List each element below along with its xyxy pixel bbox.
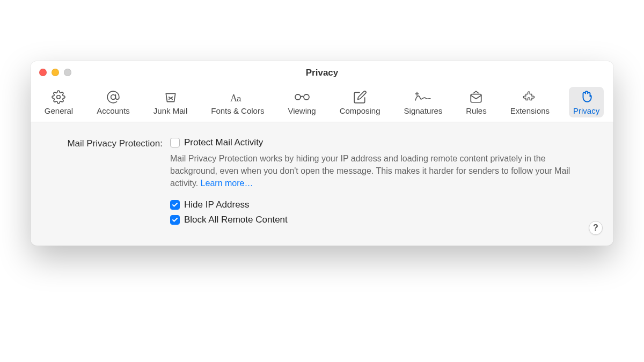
privacy-description: Mail Privacy Protection works by hiding … (170, 152, 578, 190)
tab-label: Accounts (97, 106, 130, 115)
gear-icon (52, 90, 65, 104)
preferences-window: Privacy General Accounts Junk Mail Aa Fo… (31, 61, 613, 246)
titlebar: Privacy (31, 61, 613, 85)
zoom-button[interactable] (64, 69, 71, 76)
svg-rect-10 (471, 94, 482, 102)
rules-icon (469, 90, 484, 104)
trash-icon (164, 90, 178, 104)
tab-label: Viewing (288, 106, 316, 115)
compose-icon (353, 90, 367, 104)
block-remote-checkbox[interactable] (170, 215, 180, 225)
svg-point-0 (57, 95, 61, 99)
tab-rules[interactable]: Rules (462, 87, 491, 117)
tab-viewing[interactable]: Viewing (283, 87, 320, 117)
svg-point-6 (295, 94, 301, 100)
content-area: Mail Privacy Protection: Protect Mail Ac… (31, 122, 613, 240)
section-body: Protect Mail Activity Mail Privacy Prote… (170, 137, 594, 230)
svg-point-1 (111, 95, 116, 100)
tab-general[interactable]: General (40, 87, 77, 117)
window-controls (39, 69, 71, 76)
tab-accounts[interactable]: Accounts (92, 87, 134, 117)
minimize-button[interactable] (52, 69, 59, 76)
tab-label: Rules (466, 106, 486, 115)
tab-composing[interactable]: Composing (335, 87, 385, 117)
signature-icon (414, 90, 432, 104)
tab-label: Junk Mail (153, 106, 187, 115)
tab-fonts-colors[interactable]: Aa Fonts & Colors (207, 87, 268, 117)
help-button[interactable]: ? (589, 221, 603, 235)
block-remote-label: Block All Remote Content (184, 215, 288, 225)
protect-mail-label: Protect Mail Activity (184, 137, 263, 148)
tab-extensions[interactable]: Extensions (506, 87, 554, 117)
hide-ip-checkbox[interactable] (170, 200, 180, 210)
section-heading: Mail Privacy Protection: (50, 137, 163, 230)
close-button[interactable] (39, 69, 47, 76)
block-remote-row: Block All Remote Content (170, 215, 578, 225)
at-sign-icon (106, 90, 120, 104)
puzzle-icon (523, 90, 537, 104)
svg-point-7 (304, 94, 309, 100)
glasses-icon (293, 90, 311, 104)
tab-label: Privacy (573, 106, 599, 115)
tab-label: Fonts & Colors (211, 106, 264, 115)
tab-label: General (45, 106, 73, 115)
tab-label: Extensions (510, 106, 550, 115)
svg-text:a: a (237, 94, 241, 103)
protect-mail-row: Protect Mail Activity (170, 137, 578, 148)
tab-label: Composing (340, 106, 380, 115)
learn-more-link[interactable]: Learn more… (201, 179, 253, 188)
protect-mail-checkbox[interactable] (170, 138, 180, 147)
tab-signatures[interactable]: Signatures (400, 87, 447, 117)
hand-icon (580, 90, 594, 104)
hide-ip-row: Hide IP Address (170, 200, 578, 210)
preferences-toolbar: General Accounts Junk Mail Aa Fonts & Co… (31, 85, 613, 122)
fonts-icon: Aa (230, 90, 246, 104)
tab-label: Signatures (404, 106, 443, 115)
hide-ip-label: Hide IP Address (184, 200, 250, 210)
tab-junk-mail[interactable]: Junk Mail (149, 87, 192, 117)
tab-privacy[interactable]: Privacy (569, 87, 604, 117)
window-title: Privacy (306, 68, 339, 78)
